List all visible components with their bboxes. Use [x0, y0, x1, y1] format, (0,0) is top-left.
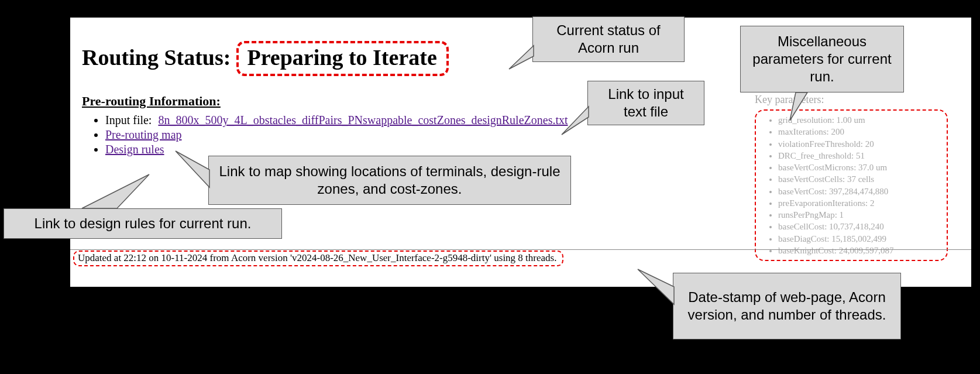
callout-input-file: Link to input text file: [587, 81, 704, 125]
key-parameters-panel: Key parameters: grid_resolution: 1.00 um…: [755, 94, 948, 261]
param-item: grid_resolution: 1.00 um: [778, 114, 941, 126]
param-item: baseDiagCost: 15,185,002,499: [778, 233, 941, 245]
update-stamp: Updated at 22:12 on 10-11-2024 from Acor…: [73, 251, 563, 266]
param-item: preEvaporationIterations: 2: [778, 197, 941, 209]
param-item: baseVertCostMicrons: 37.0 um: [778, 162, 941, 173]
param-item: violationFreeThreshold: 20: [778, 138, 941, 150]
callout-prerouting-map: Link to map showing locations of termina…: [208, 156, 571, 205]
param-item: maxIterations: 200: [778, 126, 941, 138]
param-item: baseVertCostCells: 37 cells: [778, 173, 941, 185]
param-item: DRC_free_threshold: 51: [778, 150, 941, 162]
footer-divider: [70, 249, 971, 250]
design-rules-link[interactable]: Design rules: [105, 143, 164, 156]
callout-parameters: Miscellaneous parameters for current run…: [740, 26, 904, 92]
callout-status: Current status of Acorn run: [532, 16, 685, 62]
prerouting-map-link[interactable]: Pre-routing map: [105, 128, 182, 141]
input-file-link[interactable]: 8n_800x_500y_4L_obstacles_diffPairs_PNsw…: [158, 114, 568, 126]
callout-update-stamp: Date-stamp of web-page, Acorn version, a…: [673, 273, 901, 339]
callout-design-rules: Link to design rules for current run.: [4, 208, 282, 239]
param-item: runsPerPngMap: 1: [778, 209, 941, 221]
param-item: baseCellCost: 10,737,418,240: [778, 221, 941, 232]
run-status: Preparing to Iterate: [236, 41, 448, 76]
key-parameters-box: grid_resolution: 1.00 um maxIterations: …: [755, 109, 948, 261]
key-parameters-title: Key parameters:: [755, 94, 948, 106]
param-item: baseVertCost: 397,284,474,880: [778, 186, 941, 197]
param-item: baseKnightCost: 24,009,597,087: [778, 245, 941, 256]
key-parameters-list: grid_resolution: 1.00 um maxIterations: …: [766, 114, 941, 256]
heading-prefix: Routing Status:: [82, 44, 233, 70]
input-file-label: Input file:: [105, 114, 155, 126]
